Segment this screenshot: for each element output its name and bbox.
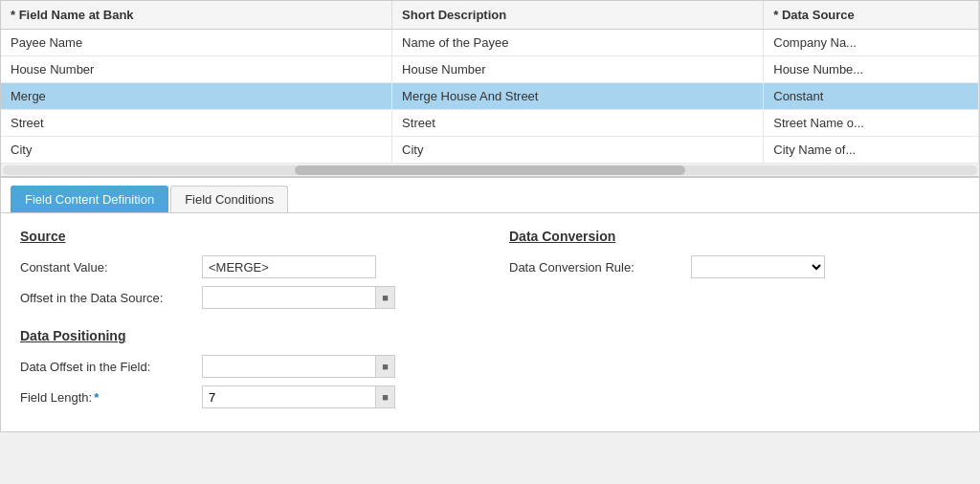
data-offset-label: Data Offset in the Field: [20,360,202,374]
data-conversion-title: Data Conversion [509,229,960,244]
data-conversion-rule-row: Data Conversion Rule: [509,255,960,278]
bottom-panel: Field Content Definition Field Condition… [1,178,979,431]
cell-field-name: Merge [1,83,392,110]
cell-data-source: City Name of... [764,137,979,164]
tab-field-content[interactable]: Field Content Definition [11,186,168,212]
constant-value-row: Constant Value: [20,255,471,278]
cell-data-source: Street Name o... [764,110,979,137]
col-header-data-source: Data Source [764,1,979,30]
cell-short-desc: House Number [392,56,764,83]
data-offset-input[interactable] [203,356,375,377]
horizontal-scrollbar[interactable] [1,164,979,177]
table-section: Field Name at Bank Short Description Dat… [1,1,979,178]
offset-data-source-row: Offset in the Data Source: ■ [20,286,471,309]
constant-value-input[interactable] [202,255,376,278]
main-container: Field Name at Bank Short Description Dat… [0,0,980,432]
constant-value-label: Constant Value: [20,260,202,275]
table-row[interactable]: Payee Name Name of the Payee Company Na.… [1,30,979,56]
data-offset-icon[interactable]: ■ [375,356,394,377]
table-row-selected[interactable]: Merge Merge House And Street Constant [1,83,979,110]
cell-field-name: Street [1,110,392,137]
data-conversion-rule-label: Data Conversion Rule: [509,260,691,275]
field-length-icon[interactable]: ■ [375,386,394,407]
data-conversion-rule-select[interactable] [691,255,825,278]
data-positioning-section: Data Positioning Data Offset in the Fiel… [20,328,471,408]
field-length-field: ■ [202,385,395,408]
data-conversion-section: Data Conversion Data Conversion Rule: [509,229,960,278]
table-row[interactable]: City City City Name of... [1,137,979,164]
panel-left: Source Constant Value: Offset in the Dat… [20,229,471,416]
table-row[interactable]: House Number House Number House Numbe... [1,56,979,83]
cell-short-desc: Merge House And Street [392,83,764,110]
data-positioning-title: Data Positioning [20,328,471,343]
offset-data-source-icon[interactable]: ■ [375,287,394,308]
cell-field-name: City [1,137,392,164]
source-section: Source Constant Value: Offset in the Dat… [20,229,471,309]
cell-field-name: House Number [1,56,392,83]
tabs-row: Field Content Definition Field Condition… [1,178,979,213]
panel-content: Source Constant Value: Offset in the Dat… [1,213,979,431]
field-length-input[interactable] [203,386,375,407]
data-table: Field Name at Bank Short Description Dat… [1,1,979,164]
cell-short-desc: Name of the Payee [392,30,764,56]
table-row[interactable]: Street Street Street Name o... [1,110,979,137]
offset-data-source-field: ■ [202,286,395,309]
required-star: * [94,390,99,405]
cell-data-source: Company Na... [764,30,979,56]
col-header-field-name: Field Name at Bank [1,1,392,30]
col-header-short-desc: Short Description [392,1,764,30]
cell-field-name: Payee Name [1,30,392,56]
scrollbar-track [3,165,977,175]
cell-data-source: Constant [764,83,979,110]
scrollbar-thumb [295,165,684,175]
offset-data-source-input[interactable] [203,287,375,308]
source-title: Source [20,229,471,244]
cell-short-desc: City [392,137,764,164]
offset-data-source-label: Offset in the Data Source: [20,291,202,305]
field-length-label: Field Length:* [20,390,202,405]
field-length-row: Field Length:* ■ [20,385,471,408]
cell-data-source: House Numbe... [764,56,979,83]
cell-short-desc: Street [392,110,764,137]
panel-right: Data Conversion Data Conversion Rule: [509,229,960,416]
data-offset-row: Data Offset in the Field: ■ [20,355,471,378]
data-offset-field: ■ [202,355,395,378]
tab-field-conditions[interactable]: Field Conditions [170,186,288,212]
